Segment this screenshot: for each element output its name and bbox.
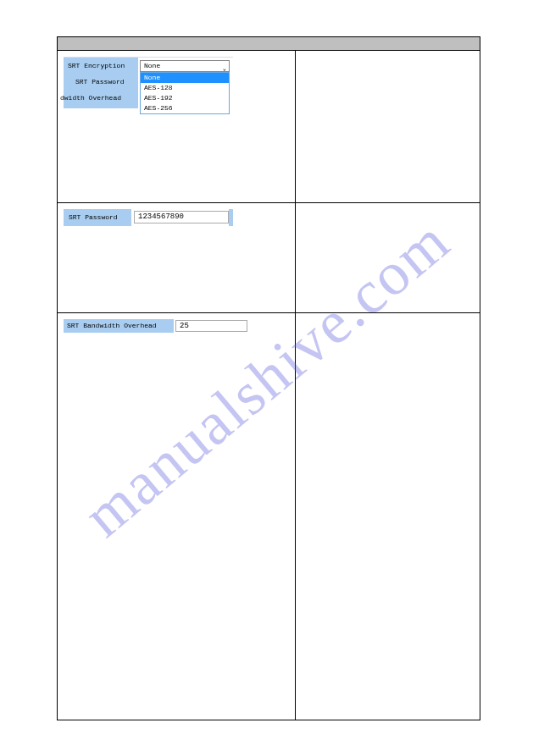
password-widget: SRT Password 1234567890: [64, 209, 233, 226]
table-row: SRT Password 1234567890: [58, 203, 480, 313]
cell-encryption: SRT Encryption SRT Password dwidth Overh…: [58, 51, 296, 202]
password-input[interactable]: 1234567890: [134, 211, 229, 223]
bandwidth-widget: SRT Bandwidth Overhead 25: [64, 319, 250, 333]
table-header: [58, 37, 480, 51]
password-label: SRT Password: [75, 78, 125, 86]
dropdown-option-none[interactable]: None: [141, 73, 229, 83]
table-row: SRT Bandwidth Overhead 25: [58, 313, 480, 720]
table-row: SRT Encryption SRT Password dwidth Overh…: [58, 51, 480, 203]
cell-right: [296, 313, 480, 720]
cell-right: [296, 51, 480, 202]
encryption-dropdown: None AES-128 AES-192 AES-256: [140, 72, 230, 114]
encryption-label: SRT Encryption: [68, 62, 125, 69]
dropdown-option-aes256[interactable]: AES-256: [141, 103, 229, 113]
widget-border: [229, 209, 233, 226]
bandwidth-input[interactable]: 25: [175, 320, 247, 332]
labels-column: SRT Encryption SRT Password dwidth Overh…: [64, 58, 138, 108]
dropdown-option-aes192[interactable]: AES-192: [141, 93, 229, 103]
bandwidth-label: dwidth Overhead: [60, 94, 121, 102]
header-cell-right: [296, 37, 480, 50]
password-field-label: SRT Password: [64, 209, 131, 226]
cell-right: [296, 203, 480, 312]
bandwidth-field-label: SRT Bandwidth Overhead: [64, 319, 174, 333]
encryption-select[interactable]: None ⌄: [140, 60, 230, 72]
settings-table: SRT Encryption SRT Password dwidth Overh…: [57, 36, 480, 720]
cell-password: SRT Password 1234567890: [58, 203, 296, 312]
header-cell-left: [58, 37, 296, 50]
dropdown-option-aes128[interactable]: AES-128: [141, 83, 229, 93]
select-value: None: [144, 62, 160, 69]
encryption-widget: SRT Encryption SRT Password dwidth Overh…: [64, 57, 233, 108]
cell-bandwidth: SRT Bandwidth Overhead 25: [58, 313, 296, 720]
